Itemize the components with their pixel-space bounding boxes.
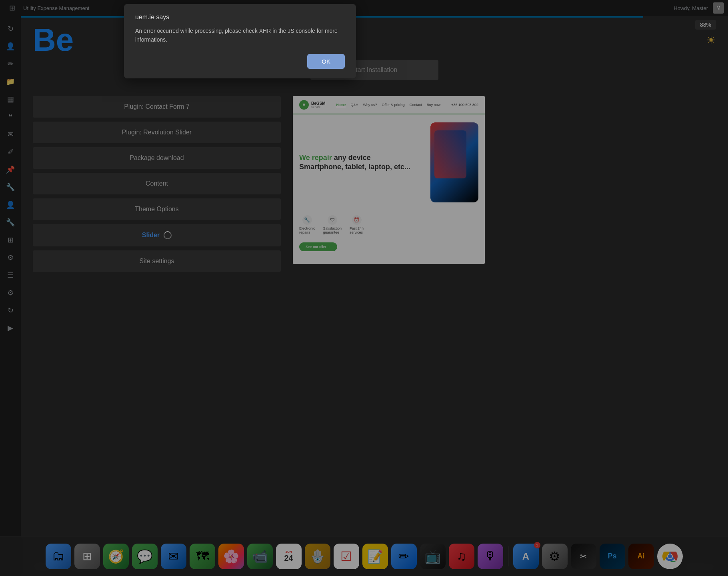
dialog-title: uem.ie says — [135, 14, 345, 21]
dialog-box: uem.ie says An error occurred while proc… — [124, 4, 356, 78]
dialog-overlay: uem.ie says An error occurred while proc… — [0, 0, 728, 576]
dialog-message: An error occurred while processing, plea… — [135, 26, 345, 44]
dialog-ok-button[interactable]: OK — [307, 54, 345, 69]
